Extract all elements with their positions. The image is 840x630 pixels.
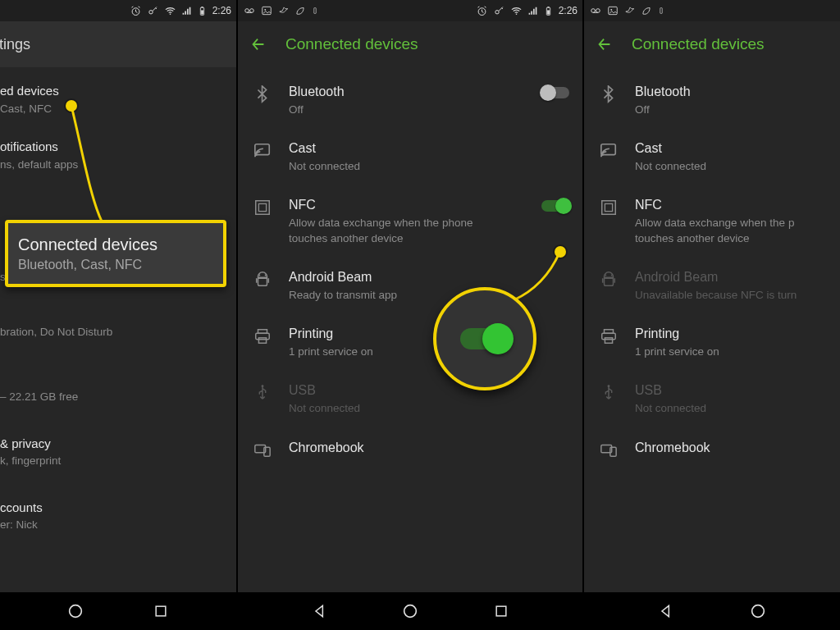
wifi-icon: [510, 5, 523, 17]
settings-row-sound[interactable]: bration, Do Not Disturb: [0, 311, 236, 351]
nav-home-icon[interactable]: [749, 602, 767, 620]
bird-icon: [277, 5, 290, 16]
row-subtitle: Allow data exchange when the p touches a…: [635, 216, 827, 245]
row-subtitle: Not connected: [635, 401, 827, 416]
row-usb: USBNot connected: [238, 371, 582, 427]
row-title: Cast: [635, 140, 827, 157]
nav-bar: [0, 592, 236, 630]
row-bluetooth[interactable]: BluetoothOff: [238, 72, 582, 129]
settings-list[interactable]: ed devicesCast, NFC otificationsns, defa…: [0, 67, 236, 545]
settings-row-connected-devices[interactable]: ed devicesCast, NFC: [0, 72, 236, 128]
status-bar: 2:26: [0, 0, 236, 21]
bird-icon: [623, 5, 636, 16]
row-subtitle: bration, Do Not Disturb: [0, 325, 223, 340]
image-icon: [607, 5, 619, 16]
battery-small-icon: [311, 5, 319, 16]
row-title: & privacy: [0, 436, 223, 452]
row-subtitle: Not connected: [635, 159, 827, 174]
nav-back-icon[interactable]: [311, 602, 329, 620]
nfc-toggle-zoom: [460, 328, 509, 349]
row-subtitle: Off: [635, 103, 827, 117]
row-subtitle: ns, default apps: [0, 158, 223, 172]
status-bar: 2:26: [238, 0, 582, 21]
nav-recent-icon[interactable]: [152, 602, 170, 620]
cast-icon: [600, 142, 618, 160]
callout-subtitle: Bluetooth, Cast, NFC: [18, 258, 213, 272]
row-cast[interactable]: CastNot connected: [584, 129, 840, 185]
printer-icon: [600, 327, 618, 345]
connected-devices-list: BluetoothOff CastNot connected NFCAllow …: [238, 67, 582, 471]
row-nfc[interactable]: NFCAllow data exchange when the p touche…: [584, 185, 840, 257]
leaf-icon: [294, 5, 306, 16]
nav-home-icon[interactable]: [401, 602, 419, 620]
alarm-icon: [476, 5, 488, 17]
row-title: otifications: [0, 139, 223, 155]
settings-row-notifications[interactable]: otificationsns, default apps: [0, 128, 236, 184]
back-button[interactable]: [596, 35, 614, 53]
page-title: Connected devices: [285, 35, 418, 53]
nav-home-icon[interactable]: [66, 602, 84, 620]
nav-recent-icon[interactable]: [492, 602, 510, 620]
row-bluetooth[interactable]: BluetoothOff: [584, 72, 840, 129]
nav-back-icon[interactable]: [657, 602, 675, 620]
row-usb: USBNot connected: [584, 371, 840, 427]
phone-connected-devices-off: Connected devices BluetoothOff CastNot c…: [584, 0, 840, 630]
usb-icon: [253, 384, 272, 402]
wifi-icon: [164, 5, 176, 17]
bluetooth-toggle[interactable]: [541, 87, 569, 98]
row-title: Chromebook: [289, 440, 569, 456]
row-subtitle: Not connected: [289, 401, 569, 416]
row-subtitle: er: Nick: [0, 518, 223, 532]
row-title: Android Beam: [635, 269, 827, 285]
voicemail-icon: [589, 5, 602, 16]
leaf-icon: [641, 5, 652, 16]
row-printing[interactable]: Printing1 print service on: [584, 314, 840, 371]
devices-icon: [253, 441, 272, 459]
phone-connected-devices-on: 2:26 Connected devices BluetoothOff Cast…: [236, 0, 584, 630]
row-title: USB: [635, 382, 827, 399]
battery-icon: [197, 5, 208, 17]
settings-row-security[interactable]: & privacyk, fingerprint: [0, 425, 236, 481]
cast-icon: [253, 142, 272, 160]
row-chromebook[interactable]: Chromebook: [238, 428, 582, 471]
row-cast[interactable]: CastNot connected: [238, 129, 582, 185]
nav-bar: [584, 592, 840, 630]
nfc-toggle[interactable]: [541, 200, 569, 212]
settings-row-accounts[interactable]: ccountser: Nick: [0, 489, 236, 545]
back-button[interactable]: [249, 35, 267, 53]
battery-small-icon: [657, 5, 665, 16]
nav-bar: [238, 592, 582, 630]
android-icon: [253, 271, 272, 289]
image-icon: [261, 5, 272, 16]
connected-devices-list: BluetoothOff CastNot connected NFCAllow …: [584, 67, 840, 471]
row-subtitle: Not connected: [289, 159, 569, 174]
row-subtitle: k, fingerprint: [0, 454, 223, 468]
row-title: Bluetooth: [635, 84, 827, 100]
page-title: ettings: [0, 36, 30, 53]
settings-appbar: ettings: [0, 21, 236, 67]
connected-devices-appbar: Connected devices: [584, 21, 840, 67]
row-nfc[interactable]: NFCAllow data exchange when the phone to…: [238, 185, 582, 257]
annotation-dot: [66, 100, 77, 112]
row-subtitle: Unavailable because NFC is turn: [635, 288, 827, 303]
signal-icon: [181, 6, 192, 16]
printer-icon: [253, 327, 272, 345]
settings-row-storage[interactable]: – 22.21 GB free: [0, 376, 236, 416]
phone-settings-panel: 2:26 ettings ed devicesCast, NFC otifica…: [0, 0, 236, 630]
signal-icon: [527, 6, 538, 16]
android-icon: [600, 271, 618, 289]
row-title: Printing: [635, 326, 827, 342]
battery-icon: [543, 5, 554, 17]
row-title: USB: [289, 382, 569, 399]
row-android-beam[interactable]: Android BeamReady to transmit app: [238, 258, 582, 314]
row-title: Bluetooth: [289, 84, 517, 100]
row-title: Android Beam: [289, 269, 569, 285]
row-subtitle: Ready to transmit app: [289, 288, 569, 303]
nfc-icon: [600, 199, 618, 217]
nfc-icon: [253, 199, 272, 217]
voicemail-icon: [243, 5, 256, 16]
bluetooth-icon: [253, 85, 272, 103]
row-chromebook[interactable]: Chromebook: [584, 428, 840, 471]
callout-title: Connected devices: [18, 235, 213, 254]
key-icon: [493, 5, 505, 17]
